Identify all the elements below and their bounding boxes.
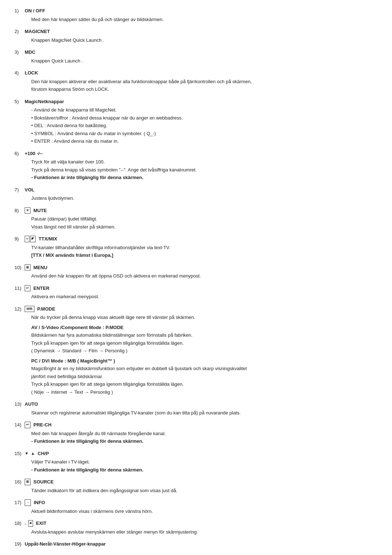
section-header: 5)MagicNetknappar <box>15 98 377 105</box>
section-19: 19)Uppåt-Neråt-Vänster-Höger-knappar <box>15 540 377 548</box>
section-12: 12)M/BP.MODENär du trycker på denna knap… <box>15 305 377 396</box>
section-title: ✕ MUTE <box>25 207 47 214</box>
section-14: 14)↩PRE-CHMed den här knappen återgår du… <box>15 421 377 445</box>
section-title: MAGICNET <box>25 28 50 35</box>
section-text: Visas längst ned till vänster på skärmen… <box>31 223 377 231</box>
section-2: 2)MAGICNETKnappen MagicNet Quick Launch … <box>15 28 377 44</box>
section-title: Uppåt-Neråt-Vänster-Höger-knappar <box>25 540 106 548</box>
section-number: 18) <box>15 520 25 527</box>
section-number: 14) <box>15 421 25 429</box>
section-body: Den här knappen aktiverar eller avaktive… <box>15 78 377 93</box>
section-text: jämfört med befintliga bildskärmar. <box>31 373 377 380</box>
section-number: 12) <box>15 305 25 313</box>
section-header: 9) ≡ ◤ TTX/MIX <box>15 235 377 243</box>
section-3: 3)MDCKnappen Quick Launch . <box>15 49 377 64</box>
section-text: Med den här knappen sätter du på och stä… <box>31 16 377 23</box>
sub-section-title: PC / DVI Mode : M/B ( MagicBright™ ) <box>31 357 377 365</box>
section-text: Tryck på knappen igen för att stega igen… <box>31 381 377 388</box>
section-9: 9) ≡ ◤ TTX/MIXTV-kanaler tillhandahåller… <box>15 235 377 259</box>
section-text: Aktivera en markerad menypost. <box>31 293 377 300</box>
section-text-bold: - Funktionen är inte tillgänglig för den… <box>31 466 377 474</box>
section-text-bold: - Funktionen är inte tillgänglig för den… <box>31 174 377 181</box>
section-8: 8) ✕ MUTEPausar (dämpar) ljudet tillfäll… <box>15 207 377 231</box>
section-title: ↵ENTER <box>25 285 49 292</box>
section-text: Knappen MagicNet Quick Launch . <box>31 37 377 44</box>
section-text: Pausar (dämpar) ljudet tillfälligt. <box>31 215 377 223</box>
section-number: 4) <box>15 69 25 77</box>
section-text: Den här knappen aktiverar eller avaktive… <box>31 78 377 85</box>
section-number: 6) <box>15 150 25 157</box>
section-header: 14)↩PRE-CH <box>15 421 377 429</box>
section-title: +100 -/-- <box>25 150 43 157</box>
section-text: Tryck på knappen igen för att stega igen… <box>31 340 377 347</box>
section-body: Justera ljudvolymen. <box>15 195 377 202</box>
section-title: MagicNetknappar <box>25 98 64 105</box>
section-body: Tänder indikatorn för att indikera den i… <box>15 487 377 494</box>
section-text: Tryck på denna knapp så visas symbolen "… <box>31 166 377 174</box>
section-body: - Använd de här knapparna till MagicNet.… <box>15 106 377 145</box>
section-4: 4)LOCKDen här knappen aktiverar eller av… <box>15 69 377 93</box>
section-body: Tryck för att välja kanaler över 100.Try… <box>15 158 377 181</box>
section-number: 10) <box>15 264 25 271</box>
section-text: MagicBright är en ny bildskärmsfunktion … <box>31 365 377 372</box>
section-text: • DEL : Använd denna för bakåtsteg. <box>31 122 377 129</box>
section-header: 8) ✕ MUTE <box>15 207 377 214</box>
section-text: förutom knapparna Ström och LOCK. <box>31 86 377 93</box>
section-text: Avsluta-knappen avslutar menyskärmen ell… <box>31 528 377 536</box>
section-text: - Använd de här knapparna till MagicNet. <box>31 106 377 114</box>
section-number: 7) <box>15 186 25 194</box>
section-title: LOCK <box>25 69 38 77</box>
section-number: 15) <box>15 450 25 457</box>
section-header: 16)⊞SOURCE <box>15 478 377 486</box>
section-title: MDC <box>25 49 36 56</box>
section-header: 6)+100 -/-- <box>15 150 377 157</box>
section-header: 7)VOL <box>15 186 377 194</box>
section-title: M/BP.MODE <box>25 305 55 313</box>
section-title: VOL <box>25 186 34 194</box>
section-text: • Bokstäver/siffror : Använd dessa knapp… <box>31 114 377 122</box>
section-text: ( Nöje → Internet → Text → Personlig ) <box>31 389 377 396</box>
section-header: 10)⊞MENU <box>15 264 377 271</box>
section-body: TV-kanaler tillhandahåller skriftliga in… <box>15 244 377 259</box>
section-number: 17) <box>15 499 25 506</box>
section-body: Aktuell bildinformation visas i skärmens… <box>15 508 377 515</box>
section-body: Aktivera en markerad menypost. <box>15 293 377 300</box>
section-text: TV-kanaler tillhandahåller skriftliga in… <box>31 244 377 251</box>
section-title: ▼▲CH/P <box>25 450 49 457</box>
section-10: 10)⊞MENUAnvänd den här knappen för att ö… <box>15 264 377 280</box>
section-body: Skannar och registrerar automatiskt till… <box>15 409 377 417</box>
section-header: 11)↵ENTER <box>15 285 377 292</box>
section-text: Justera ljudvolymen. <box>31 195 377 202</box>
section-13: 13)AUTOSkannar och registrerar automatis… <box>15 401 377 416</box>
section-body: Väljer TV-kanaler i TV-läget.- Funktione… <box>15 458 377 473</box>
section-body: Avsluta-knappen avslutar menyskärmen ell… <box>15 528 377 536</box>
section-header: 13)AUTO <box>15 401 377 408</box>
main-content: 1)ON / OFFMed den här knappen sätter du … <box>15 7 377 548</box>
section-text: Väljer TV-kanaler i TV-läget. <box>31 458 377 466</box>
section-text: Skannar och registrerar automatiskt till… <box>31 409 377 417</box>
section-text: Tryck för att välja kanaler över 100. <box>31 158 377 166</box>
section-text-bold: [TTX / MIX används främst i Europa.] <box>31 252 377 259</box>
section-number: 3) <box>15 49 25 56</box>
section-title: ⊞SOURCE <box>25 478 54 486</box>
section-text: När du trycker på denna knapp visas aktu… <box>31 314 377 321</box>
section-number: 13) <box>15 401 25 408</box>
section-5: 5)MagicNetknappar- Använd de här knappar… <box>15 98 377 145</box>
section-header: 3)MDC <box>15 49 377 56</box>
section-18: 18)-■EXITAvsluta-knappen avslutar menysk… <box>15 520 377 535</box>
sub-section-title: AV / S-Video /Component Mode : P.MODE <box>31 324 377 331</box>
section-number: 8) <box>15 207 25 214</box>
section-11: 11)↵ENTERAktivera en markerad menypost. <box>15 285 377 300</box>
section-header: 15)▼▲CH/P <box>15 450 377 457</box>
section-number: 1) <box>15 7 25 15</box>
section-number: 19) <box>15 540 25 548</box>
section-16: 16)⊞SOURCETänder indikatorn för att indi… <box>15 478 377 494</box>
section-body: Använd den här knappen för att öppna OSD… <box>15 272 377 280</box>
section-7: 7)VOLJustera ljudvolymen. <box>15 186 377 202</box>
section-body: Knappen MagicNet Quick Launch . <box>15 37 377 44</box>
section-title: ≡ ◤ TTX/MIX <box>25 235 57 243</box>
section-text: • SYMBOL : Använd denna när du matar in … <box>31 130 377 137</box>
section-title: ↩PRE-CH <box>25 421 52 429</box>
section-17: 17)→INFOAktuell bildinformation visas i … <box>15 499 377 515</box>
section-number: 11) <box>15 285 25 292</box>
